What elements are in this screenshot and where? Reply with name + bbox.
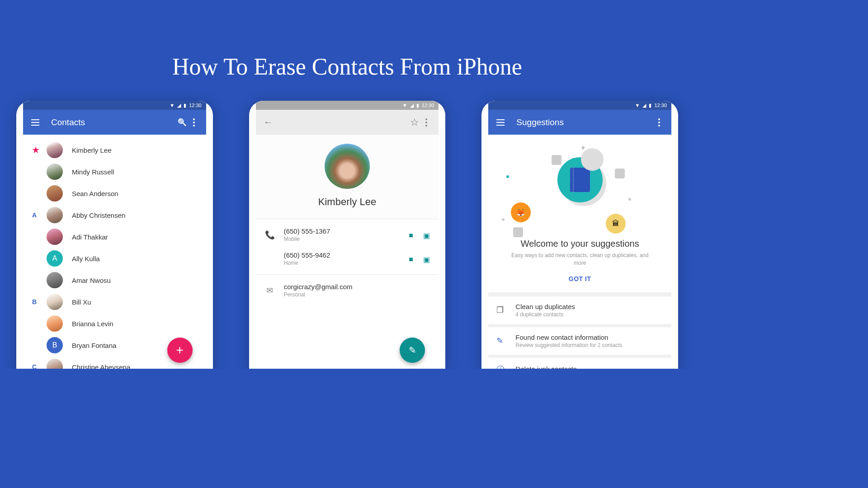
signal-icon: ◢	[410, 103, 414, 108]
more-icon	[425, 118, 427, 127]
battery-icon: ▮	[649, 103, 651, 108]
more-button[interactable]	[188, 117, 200, 128]
contact-avatar	[47, 294, 63, 310]
hamburger-icon	[496, 119, 505, 126]
wifi-icon: ▼	[402, 103, 407, 108]
contact-row[interactable]: ★Kimberly Lee	[23, 139, 206, 161]
contact-name: Kimberly Lee	[256, 196, 439, 208]
video-call-button[interactable]: ■	[409, 231, 416, 239]
section-marker: ★	[32, 145, 47, 155]
card-icon	[513, 227, 523, 237]
section-marker: B	[32, 298, 47, 305]
video-call-button[interactable]: ■	[409, 255, 416, 263]
battery-icon: ▮	[416, 103, 419, 108]
suggestions-illustration: 🦊 🏛	[493, 144, 667, 234]
phone-number: (650) 555-9462	[284, 251, 401, 259]
got-it-button[interactable]: GOT IT	[493, 275, 667, 282]
suggestions-hero-title: Welcome to your suggestions	[493, 239, 667, 249]
wifi-icon: ▼	[170, 103, 175, 108]
info-icon: ⓘ	[496, 364, 506, 369]
phone-suggestions: ▼ ◢ ▮ 12:30 Suggestions 🦊 🏛	[481, 101, 678, 369]
contact-row[interactable]: Adi Thakkar	[23, 226, 206, 248]
phone-section: 📞 (650) 555-1367 Mobile ■ ▣ (650) 555-94…	[256, 219, 439, 274]
phone-row-1[interactable]: 📞 (650) 555-1367 Mobile ■ ▣	[264, 223, 431, 247]
phone-contacts: ▼ ◢ ▮ 12:30 Contacts ★Kimberly LeeMindy …	[16, 101, 213, 369]
contact-name: Adi Thakkar	[72, 233, 108, 241]
message-button[interactable]: ▣	[423, 231, 430, 239]
signal-icon: ◢	[642, 103, 646, 108]
email-row[interactable]: ✉ corgicrazy@gmail.com Personal	[264, 278, 431, 302]
suggestion-card-new-info[interactable]: ✎ Found new contact information Review s…	[488, 327, 671, 355]
contact-avatar	[47, 315, 63, 332]
menu-button[interactable]	[29, 117, 41, 128]
copy-icon: ❐	[496, 305, 506, 315]
favorite-button[interactable]	[409, 117, 420, 128]
contact-avatar[interactable]	[325, 144, 370, 189]
building-icon: 🏛	[606, 214, 626, 234]
message-button[interactable]: ▣	[423, 255, 430, 263]
card-subtitle: 4 duplicate contacts	[515, 311, 663, 318]
app-bar-title: Suggestions	[516, 117, 564, 127]
add-contact-fab[interactable]: +	[167, 338, 193, 363]
contact-avatar	[47, 207, 63, 223]
app-bar-detail	[256, 110, 439, 135]
email-label: Personal	[284, 291, 431, 298]
contact-row[interactable]: BBill Xu	[23, 291, 206, 313]
more-icon	[193, 118, 195, 127]
phone-label: Home	[284, 260, 401, 266]
email-address: corgicrazy@gmail.com	[284, 283, 431, 291]
contact-avatar	[47, 359, 63, 369]
more-button[interactable]	[420, 117, 432, 128]
contact-name: Sean Anderson	[72, 190, 118, 197]
contact-row[interactable]: Amar Nwosu	[23, 269, 206, 291]
menu-button[interactable]	[495, 117, 506, 128]
contact-avatar	[47, 272, 63, 288]
contact-name: Ally Kulla	[72, 255, 100, 263]
contact-name: Bill Xu	[72, 298, 91, 306]
more-button[interactable]	[653, 117, 665, 128]
card-title: Found new contact information	[515, 333, 663, 341]
status-bar: ▼ ◢ ▮ 12:30	[256, 101, 439, 110]
page-title: How To Erase Contacts From iPhone	[0, 0, 694, 80]
contact-row[interactable]: Brianna Levin	[23, 313, 206, 334]
app-bar-contacts: Contacts	[23, 110, 206, 135]
suggestion-card-duplicates[interactable]: ❐ Clean up duplicates 4 duplicate contac…	[488, 296, 671, 324]
phone-row-2[interactable]: (650) 555-9462 Home ■ ▣	[264, 247, 431, 271]
contact-name: Bryan Fontana	[72, 342, 116, 349]
contact-avatar	[47, 142, 63, 158]
section-marker: C	[32, 363, 47, 369]
hamburger-icon	[31, 119, 39, 126]
contact-name: Kimberly Lee	[72, 146, 112, 154]
status-bar: ▼ ◢ ▮ 12:30	[488, 101, 671, 110]
suggestion-card-delete-junk[interactable]: ⓘ Delete junk contacts	[488, 357, 671, 369]
contact-row[interactable]: AAlly Kulla	[23, 248, 206, 269]
card-icon	[552, 155, 561, 165]
more-icon	[658, 118, 660, 127]
phone-number: (650) 555-1367	[284, 227, 401, 235]
phone-label: Mobile	[284, 236, 401, 242]
contact-name: Amar Nwosu	[72, 277, 111, 284]
contact-avatar	[47, 185, 63, 202]
phones-row: ▼ ◢ ▮ 12:30 Contacts ★Kimberly LeeMindy …	[0, 80, 694, 369]
contact-name: Mindy Russell	[72, 168, 114, 176]
status-bar: ▼ ◢ ▮ 12:30	[23, 101, 206, 110]
wifi-icon: ▼	[635, 103, 640, 108]
contact-avatar	[47, 229, 63, 245]
status-time: 12:30	[189, 103, 202, 108]
contacts-list[interactable]: ★Kimberly LeeMindy RussellSean AndersonA…	[23, 135, 206, 369]
card-title: Delete junk contacts	[515, 365, 663, 369]
card-title: Clean up duplicates	[515, 303, 663, 310]
suggestions-hero: 🦊 🏛 Welcome to your suggestions Easy way…	[488, 135, 671, 292]
search-button[interactable]	[176, 117, 188, 128]
back-button[interactable]	[262, 117, 274, 128]
status-time: 12:30	[654, 103, 667, 108]
contact-row[interactable]: AAbby Christensen	[23, 204, 206, 226]
signal-icon: ◢	[177, 103, 181, 108]
contact-row[interactable]: Mindy Russell	[23, 161, 206, 183]
decorative-dot	[628, 198, 631, 201]
email-icon: ✉	[264, 286, 276, 296]
contact-name: Christine Abeysena	[72, 363, 130, 369]
email-section: ✉ corgicrazy@gmail.com Personal	[256, 274, 439, 306]
contact-row[interactable]: Sean Anderson	[23, 183, 206, 204]
edit-contact-fab[interactable]: ✎	[400, 338, 425, 363]
